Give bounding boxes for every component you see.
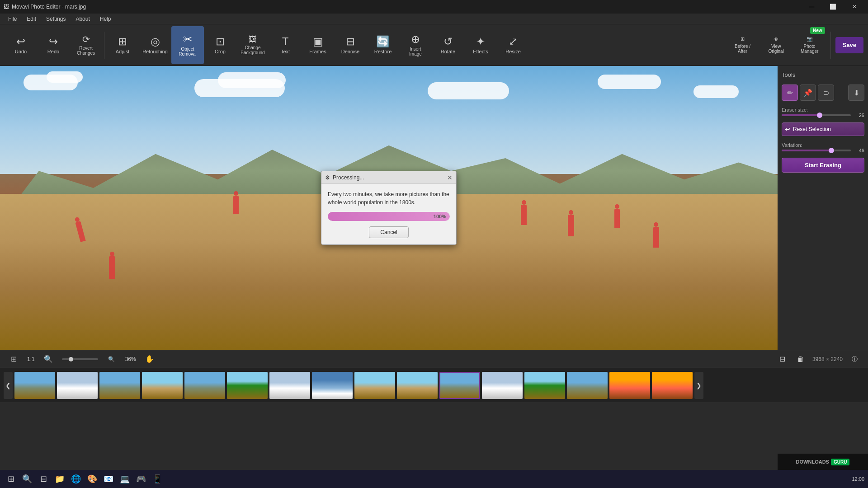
ad-banner[interactable]: DOWNLOADS GURU [778, 454, 868, 470]
redo-button[interactable]: ↪ Redo [37, 26, 70, 64]
filmstrip-item-15[interactable] [609, 372, 650, 399]
titlebar-left: 🖼 Movavi Photo Editor - mars.jpg [4, 4, 86, 10]
photo-manager-label: PhotoManager [801, 44, 818, 54]
zoom-slider[interactable] [62, 358, 98, 360]
filmstrip-item-1[interactable] [14, 372, 55, 399]
filmstrip-item-7[interactable] [269, 372, 310, 399]
taskbar-chrome-button[interactable]: 🌐 [69, 472, 83, 486]
separator-1 [104, 32, 104, 59]
view-original-icon: 👁 [774, 37, 778, 42]
eraser-size-thumb[interactable] [817, 113, 822, 118]
filmstrip-prev-button[interactable]: ❮ [4, 372, 13, 399]
filmstrip-item-12[interactable] [482, 372, 523, 399]
start-button[interactable]: ⊞ [4, 472, 18, 486]
crop-icon: ⊡ [216, 36, 225, 47]
effects-button[interactable]: ✦ Effects [464, 26, 497, 64]
save-button[interactable]: Save [835, 37, 863, 53]
filmstrip-item-11[interactable] [439, 372, 480, 399]
reset-selection-button[interactable]: ↩ Reset Selection [782, 122, 864, 136]
filmstrip-next-button[interactable]: ❯ [694, 372, 703, 399]
text-button[interactable]: T Text [269, 26, 302, 64]
pin-tool-button[interactable]: 📌 [800, 84, 816, 101]
menu-edit[interactable]: Edit [22, 15, 41, 23]
revert-changes-button[interactable]: ⟳ RevertChanges [70, 26, 102, 64]
filmstrip-item-9[interactable] [354, 372, 395, 399]
insert-image-button[interactable]: ⊕ InsertImage [399, 26, 432, 64]
hand-tool-button[interactable]: ✋ [143, 353, 156, 366]
lasso-tool-button[interactable]: ⊃ [818, 84, 834, 101]
zoom-thumb[interactable] [69, 357, 73, 361]
brush-tool-button[interactable]: ✏ [782, 84, 798, 101]
zoom-in-button[interactable]: 🔍 [105, 353, 118, 366]
minimize-button[interactable]: — [802, 0, 822, 14]
progress-bar-track: 100% [328, 212, 450, 221]
delete-button[interactable]: 🗑 [794, 353, 807, 366]
taskbar-folder-button[interactable]: 📁 [52, 472, 67, 486]
menu-help[interactable]: Help [95, 15, 116, 23]
view-original-label: ViewOriginal [768, 44, 783, 54]
restore-label: Restore [374, 49, 392, 54]
toolbar: ↩ Undo ↪ Redo ⟳ RevertChanges ⊞ Adjust ◎… [0, 24, 868, 66]
filmstrip-item-5[interactable] [184, 372, 225, 399]
object-removal-button[interactable]: ✂ ObjectRemoval [171, 26, 204, 64]
retouching-button[interactable]: ◎ Retouching [139, 26, 171, 64]
filmstrip-item-13[interactable] [524, 372, 565, 399]
filmstrip-item-10[interactable] [397, 372, 438, 399]
insert-image-icon: ⊕ [411, 34, 420, 45]
figure-8 [614, 209, 620, 228]
denoise-button[interactable]: ⊟ Denoise [334, 26, 367, 64]
menu-file[interactable]: File [4, 15, 21, 23]
eraser-size-slider[interactable] [782, 114, 851, 116]
filmstrip-item-8[interactable] [312, 372, 353, 399]
rotate-button[interactable]: ↺ Rotate [432, 26, 464, 64]
eraser-size-label: Eraser size: [782, 107, 864, 113]
object-removal-label: ObjectRemoval [179, 47, 196, 56]
undo-icon: ↩ [16, 36, 25, 47]
crop-button[interactable]: ⊡ Crop [204, 26, 236, 64]
photo-manager-icon: 📷 [807, 36, 813, 42]
taskbar-app4-button[interactable]: 🎮 [134, 472, 148, 486]
before-after-button[interactable]: ⊞ Before /After [726, 26, 759, 64]
filmstrip-item-14[interactable] [567, 372, 608, 399]
task-view-button[interactable]: ⊟ [36, 472, 51, 486]
close-button[interactable]: ✕ [844, 0, 864, 14]
restore-button[interactable]: 🔄 Restore [367, 26, 399, 64]
view-mode-button[interactable]: ⊟ [776, 353, 789, 366]
variation-thumb[interactable] [829, 148, 834, 153]
info-button[interactable]: ⓘ [848, 353, 861, 366]
menu-settings[interactable]: Settings [42, 15, 70, 23]
resize-button[interactable]: ⤢ Resize [497, 26, 529, 64]
filmstrip-item-6[interactable] [227, 372, 268, 399]
frames-button[interactable]: ▣ Frames [302, 26, 334, 64]
menu-about[interactable]: About [71, 15, 94, 23]
taskbar-app5-button[interactable]: 📱 [150, 472, 165, 486]
adjust-button[interactable]: ⊞ Adjust [106, 26, 139, 64]
titlebar: 🖼 Movavi Photo Editor - mars.jpg — ⬜ ✕ [0, 0, 868, 14]
photo-manager-button[interactable]: 📷 PhotoManager New [793, 26, 826, 64]
filmstrip-item-2[interactable] [57, 372, 98, 399]
undo-button[interactable]: ↩ Undo [5, 26, 37, 64]
change-background-button[interactable]: 🖼 ChangeBackground [236, 26, 269, 64]
view-original-button[interactable]: 👁 ViewOriginal [760, 26, 793, 64]
taskbar-app3-button[interactable]: 💻 [118, 472, 132, 486]
variation-slider[interactable] [782, 150, 851, 151]
filmstrip-item-16[interactable] [652, 372, 693, 399]
before-after-icon: ⊞ [741, 36, 745, 42]
fit-view-button[interactable]: ⊞ [7, 353, 20, 366]
zoom-out-button[interactable]: 🔍 [42, 353, 55, 366]
download-tool-button[interactable]: ⬇ [848, 84, 864, 101]
restore-icon: 🔄 [376, 36, 390, 47]
taskbar-app1-button[interactable]: 🎨 [85, 472, 99, 486]
reset-selection-icon: ↩ [785, 126, 790, 133]
taskbar-app2-button[interactable]: 📧 [101, 472, 116, 486]
change-background-icon: 🖼 [249, 35, 257, 43]
maximize-button[interactable]: ⬜ [823, 0, 843, 14]
start-erasing-button[interactable]: Start Erasing [782, 158, 864, 173]
search-taskbar-button[interactable]: 🔍 [20, 472, 34, 486]
dialog-close-button[interactable]: ✕ [447, 174, 453, 181]
filmstrip-item-4[interactable] [142, 372, 183, 399]
filmstrip-item-3[interactable] [99, 372, 140, 399]
figure-3 [233, 196, 239, 214]
dialog-titlebar-left: ⚙ Processing... [325, 174, 364, 181]
cancel-button[interactable]: Cancel [369, 226, 408, 238]
